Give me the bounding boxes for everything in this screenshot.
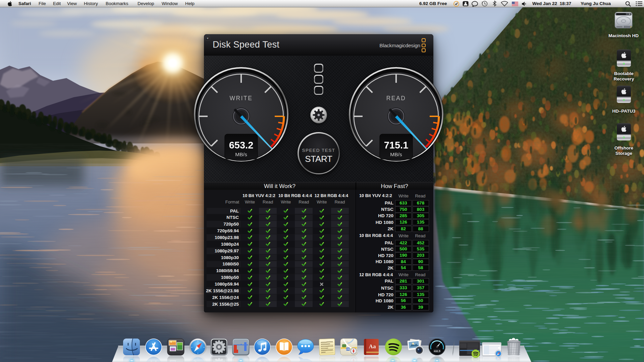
- svg-text:432.5: 432.5: [434, 350, 440, 353]
- svg-text:715.1: 715.1: [384, 140, 409, 150]
- svg-text:WRITE: WRITE: [230, 95, 253, 102]
- svg-text:READ: READ: [386, 95, 406, 102]
- svg-text:MB/s: MB/s: [235, 152, 247, 157]
- svg-text:MB/s: MB/s: [390, 152, 402, 157]
- svg-text:Aa: Aa: [369, 343, 376, 350]
- svg-text:653.2: 653.2: [229, 140, 254, 150]
- svg-text:280: 280: [346, 348, 350, 350]
